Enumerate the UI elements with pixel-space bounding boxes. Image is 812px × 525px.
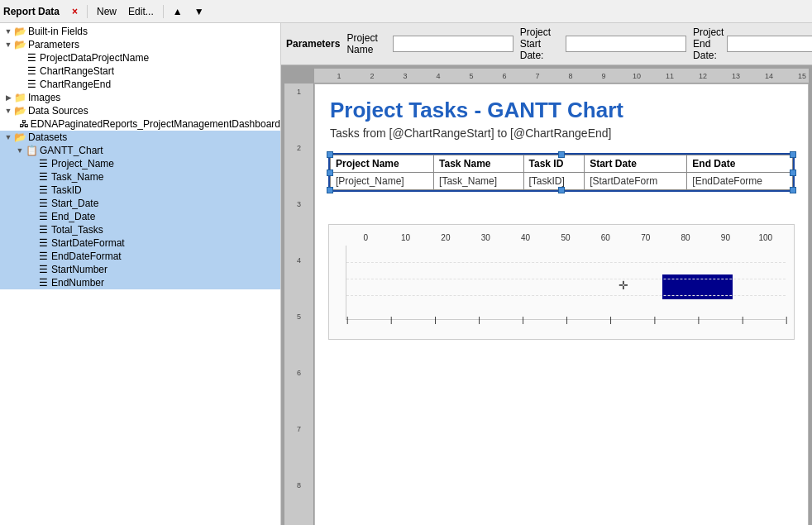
tree-label-task-id: TaskID [51,184,82,196]
tick-90: | [742,316,743,324]
tree-arrow-built-in: ▼ [3,27,13,36]
handle-bm[interactable] [558,187,565,193]
gantt-axis-label-90: 90 [705,233,745,242]
tree-item-parameters[interactable]: ▼ 📂 Parameters [0,38,280,51]
tree-label-chart-range-start: ChartRangeStart [40,65,114,77]
gantt-axis-label-70: 70 [626,233,666,242]
tree-icon-gantt-chart: 📋 [25,145,38,156]
project-start-group: Project Start Date: [520,26,686,61]
edit-button[interactable]: Edit... [124,3,158,20]
tree-item-chart-range-end[interactable]: ☰ ChartRangeEnd [0,78,280,91]
gantt-row-line-3 [346,295,786,296]
handle-ml[interactable] [327,169,333,176]
report-page[interactable]: Project Tasks - GANTT Chart Tasks from [… [314,84,809,525]
tree-item-project-data-name[interactable]: ☰ ProjectDataProjectName [0,51,280,64]
cell-task-name: [Task_Name] [434,173,523,190]
tree-item-end-date[interactable]: ☰ End_Date [0,210,280,223]
tree-arrow-parameters: ▼ [3,41,13,49]
tree-icon-chart-range-end: ☰ [25,79,38,90]
ruler-horizontal: 12345678910111213141516 [314,69,809,84]
data-table: Project Name Task Name Task ID Start Dat… [330,155,793,190]
ruler-v-tick-7: 7 [297,426,301,459]
close-button[interactable]: × [68,3,82,20]
gantt-chart-container[interactable]: 0102030405060708090100 ✛ [328,224,795,340]
gantt-plot-area: ✛ | | | | | | | [346,246,786,320]
tree-item-total-tasks[interactable]: ☰ Total_Tasks [0,223,280,236]
tree-item-built-in[interactable]: ▼ 📂 Built-in Fields [0,25,280,38]
tree-label-end-date-format: EndDateFormat [51,251,122,262]
separator [87,5,88,18]
tree-item-task-id[interactable]: ☰ TaskID [0,184,280,197]
report-table-container[interactable]: Project Name Task Name Task ID Start Dat… [328,153,795,192]
ruler-vertical: 1234567891011 [284,84,314,525]
parameters-bar: Parameters Project Name Project Start Da… [281,23,812,65]
tree-item-end-number[interactable]: ☰ EndNumber [0,276,280,289]
down-button[interactable]: ▼ [190,3,208,20]
tree-label-datasets: Datasets [28,131,67,143]
ruler-v-tick-3: 3 [297,201,301,234]
tree-item-project-name[interactable]: ☰ Project_Name [0,157,280,170]
tree-item-edna-paginated[interactable]: 🖧 EDNAPaginatedReports_ProjectManagement… [0,117,280,131]
handle-tl[interactable] [327,151,333,158]
ruler-h-tick-9: 9 [587,72,620,80]
col-task-id: Task ID [523,155,585,173]
tick-70: | [654,316,656,324]
tree-label-total-tasks: Total_Tasks [51,224,103,236]
ruler-h-tick-12: 12 [686,72,719,80]
tree-item-data-sources[interactable]: ▼ 📂 Data Sources [0,104,280,117]
tree-icon-start-date: ☰ [36,198,50,209]
tree-icon-images: 📁 [13,92,26,103]
gantt-axis-label-0: 0 [346,233,385,242]
tree-label-gantt-chart: GANTT_Chart [40,145,103,156]
ruler-v-tick-8: 8 [297,482,301,515]
tree-item-gantt-chart[interactable]: ▼ 📋 GANTT_Chart [0,144,280,157]
tick-10: | [390,316,392,324]
handle-mr[interactable] [790,169,796,176]
tree-arrow-data-sources: ▼ [3,107,13,115]
right-panel: Parameters Project Name Project Start Da… [281,23,812,525]
tree-icon-start-number: ☰ [36,264,50,275]
handle-bl[interactable] [327,187,333,193]
project-start-input[interactable] [566,36,686,52]
tree-icon-chart-range-start: ☰ [25,65,38,77]
tree-icon-datasets: 📂 [13,131,26,143]
tick-100: | [786,316,787,324]
tree-label-edna-paginated: EDNAPaginatedReports_ProjectManagementDa… [31,118,280,130]
project-end-group: Project End Date: [693,26,812,61]
up-button[interactable]: ▲ [169,3,187,20]
tree-item-start-date-format[interactable]: ☰ StartDateFormat [0,236,280,250]
canvas-area[interactable]: 12345678910111213141516 1234567891011 Pr… [281,65,812,525]
tree-icon-start-date-format: ☰ [36,237,50,249]
report-subtitle: Tasks from [@ChartRangeStart] to [@Chart… [330,126,793,140]
new-button[interactable]: New [93,3,121,20]
tree-label-start-date-format: StartDateFormat [51,237,125,249]
handle-tr[interactable] [790,151,796,158]
tree-icon-built-in: 📂 [13,26,26,37]
tree-item-images[interactable]: ▶ 📁 Images [0,91,280,104]
tree-item-start-number[interactable]: ☰ StartNumber [0,263,280,276]
tree-item-start-date[interactable]: ☰ Start_Date [0,197,280,210]
tree-icon-end-date-format: ☰ [36,251,50,262]
gantt-axis-label-40: 40 [505,233,545,242]
ruler-v-tick-2: 2 [297,145,301,178]
tree-item-end-date-format[interactable]: ☰ EndDateFormat [0,250,280,263]
tree-label-project-data-name: ProjectDataProjectName [40,52,149,64]
tree-item-chart-range-start[interactable]: ☰ ChartRangeStart [0,64,280,78]
ruler-v-tick-5: 5 [297,313,301,346]
tick-80: | [698,316,700,324]
tree-item-task-name[interactable]: ☰ Task_Name [0,170,280,184]
handle-br[interactable] [790,187,796,193]
tree-icon-edna-paginated: 🖧 [19,118,29,130]
gantt-axis: 0102030405060708090100 [346,233,786,242]
project-name-input[interactable] [393,36,513,52]
tick-0: | [346,316,348,324]
tree-label-task-name: Task_Name [51,171,103,183]
tree-item-datasets[interactable]: ▼ 📂 Datasets [0,131,280,144]
project-end-input[interactable] [727,36,812,52]
ruler-h-tick-13: 13 [719,72,752,80]
tree-label-end-date: End_Date [51,211,95,222]
cell-task-id: [TaskID] [523,173,585,190]
tree-icon-task-id: ☰ [36,184,50,196]
handle-tm[interactable] [558,151,565,158]
panel-title: Report Data [3,6,60,17]
